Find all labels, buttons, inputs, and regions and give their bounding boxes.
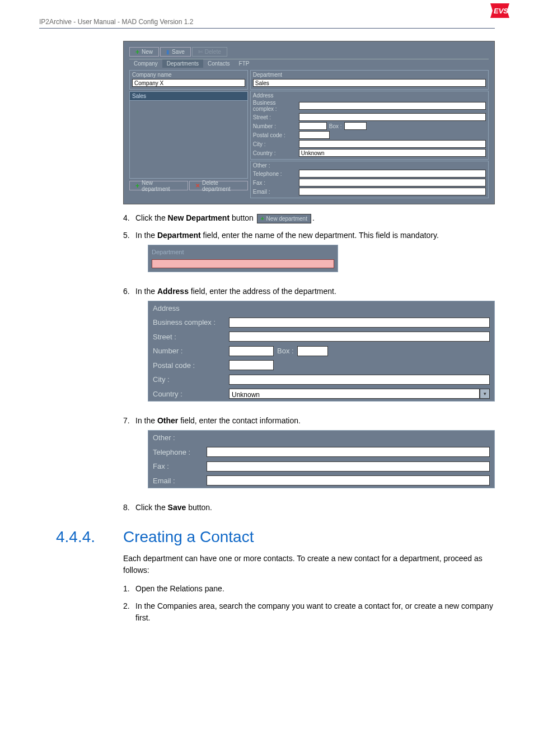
number-label: Number :	[153, 346, 226, 357]
address-label: Address	[253, 92, 486, 99]
company-name-label: Company name	[132, 72, 245, 78]
sec-step2: In the Companies area, search the compan…	[135, 600, 495, 624]
tel-label: Telephone :	[153, 447, 203, 458]
country-select[interactable]: Unknown	[229, 389, 480, 399]
other-label: Other :	[253, 162, 486, 169]
new-button[interactable]: +New	[129, 47, 159, 57]
country-select[interactable]: Unknown	[299, 149, 486, 157]
address-head: Address	[148, 301, 494, 316]
department-input[interactable]: Sales	[253, 79, 486, 87]
department-field-screenshot: Department	[148, 245, 338, 272]
company-name-input[interactable]: Company X	[132, 79, 245, 87]
other-head: Other :	[148, 431, 494, 445]
city-label: City :	[253, 141, 297, 147]
email-label: Email :	[153, 475, 203, 487]
postal-label: Postal code :	[153, 360, 226, 371]
city-input[interactable]	[299, 140, 486, 148]
step-6-num: 6.	[123, 286, 135, 410]
street-label: Street :	[153, 332, 226, 343]
delete-button: ✄Delete	[192, 47, 227, 57]
sec-step2-num: 2.	[123, 600, 135, 624]
other-field-screenshot: Other : Telephone : Fax : Email :	[148, 430, 495, 488]
tab-company[interactable]: Company	[129, 59, 162, 68]
floppy-icon: ▮	[166, 49, 170, 55]
step-7-num: 7.	[123, 415, 135, 496]
fax-input[interactable]	[207, 461, 490, 472]
fax-label: Fax :	[153, 461, 203, 472]
section-number: 4.4.4.	[56, 528, 123, 546]
plus-icon: +	[261, 214, 264, 223]
plus-icon: +	[135, 182, 139, 190]
address-field-screenshot: Address Business complex : Street : Numb…	[148, 301, 495, 402]
department-label: Department	[253, 72, 486, 78]
tel-label: Telephone :	[253, 171, 297, 177]
number-input[interactable]	[299, 122, 327, 130]
biz-input[interactable]	[229, 318, 490, 328]
tab-departments[interactable]: Departments	[162, 59, 203, 68]
relations-pane-screenshot: +New ▮Save ✄Delete Company Departments C…	[123, 41, 495, 204]
fax-input[interactable]	[299, 179, 486, 186]
box-input[interactable]	[297, 346, 328, 356]
section-intro: Each department can have one or more con…	[123, 553, 495, 576]
email-input[interactable]	[207, 475, 490, 486]
page-header: IP2Archive - User Manual - MAD Config Ve…	[39, 18, 495, 26]
box-input[interactable]	[344, 122, 367, 130]
delete-icon: ✄	[198, 49, 203, 55]
svg-text:EVS: EVS	[494, 7, 508, 15]
x-icon: ✕	[195, 183, 200, 189]
step-5-text: In the Department field, enter the name …	[135, 230, 495, 280]
country-label: Country :	[253, 150, 297, 156]
tab-ftp[interactable]: FTP	[235, 59, 254, 68]
postal-input[interactable]	[299, 131, 330, 139]
country-label: Country :	[153, 389, 226, 400]
section-title: Creating a Contact	[123, 528, 254, 546]
street-input[interactable]	[299, 113, 486, 121]
save-button[interactable]: ▮Save	[160, 47, 191, 57]
new-department-inline-button: +New department	[257, 214, 311, 223]
biz-input[interactable]	[299, 102, 486, 110]
postal-input[interactable]	[229, 360, 274, 370]
email-input[interactable]	[299, 188, 486, 195]
tel-input[interactable]	[207, 447, 490, 457]
biz-label: Business complex :	[253, 100, 297, 112]
email-label: Email :	[253, 189, 297, 195]
new-department-button[interactable]: +New department	[129, 181, 188, 190]
street-input[interactable]	[229, 332, 490, 342]
tel-input[interactable]	[299, 170, 486, 178]
sec-step1-num: 1.	[123, 583, 135, 595]
fax-label: Fax :	[253, 180, 297, 186]
step-7-text: In the Other field, enter the contact in…	[135, 415, 495, 496]
city-input[interactable]	[229, 375, 490, 385]
box-label: Box :	[277, 346, 294, 357]
tab-contacts[interactable]: Contacts	[203, 59, 234, 68]
step-5-num: 5.	[123, 230, 135, 280]
biz-label: Business complex :	[153, 317, 226, 328]
number-input[interactable]	[229, 346, 274, 356]
department-mandatory-input	[152, 259, 334, 268]
step-6-text: In the Address field, enter the address …	[135, 286, 495, 410]
number-label: Number :	[253, 123, 297, 129]
evs-logo: EVS	[490, 3, 509, 20]
city-label: City :	[153, 374, 226, 385]
step-4-text: Click the New Department button +New dep…	[135, 212, 495, 224]
dept-list-header: Sales	[129, 91, 248, 100]
dept-listbox[interactable]	[129, 100, 248, 179]
box-label: Box :	[329, 123, 342, 129]
sec-step1: Open the Relations pane.	[135, 583, 495, 595]
step-8-text: Click the Save button.	[135, 502, 495, 514]
street-label: Street :	[253, 114, 297, 120]
delete-department-button[interactable]: ✕Delete department	[189, 181, 248, 190]
step-4-num: 4.	[123, 212, 135, 224]
postal-label: Postal code :	[253, 132, 297, 138]
plus-icon: +	[135, 48, 139, 56]
step-8-num: 8.	[123, 502, 135, 514]
chevron-down-icon[interactable]: ▾	[480, 389, 490, 399]
